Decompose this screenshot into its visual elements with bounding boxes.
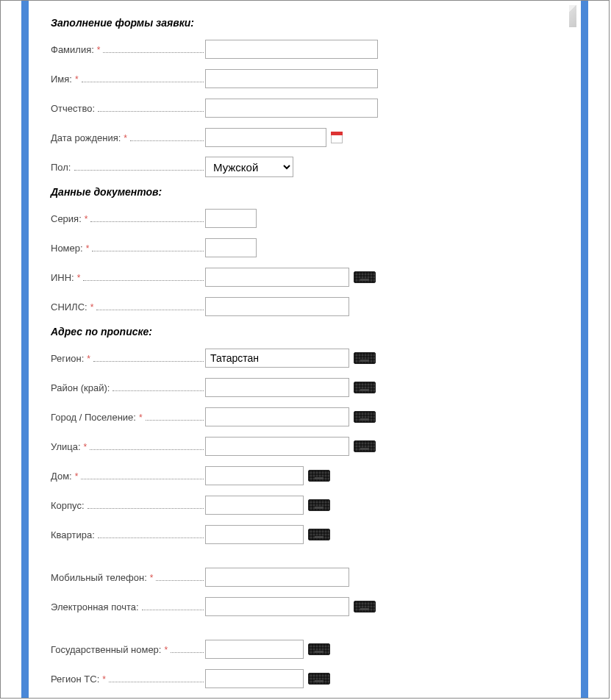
row-region: Регион: * [51,348,559,368]
firstname-input[interactable] [205,69,378,88]
birthdate-input[interactable] [205,128,326,147]
label-firstname: Имя: [51,74,72,85]
keyboard-icon[interactable] [308,673,330,685]
required-mark: * [124,133,127,143]
label-dots [74,170,204,171]
right-rail [581,1,588,698]
left-rail [21,1,29,698]
row-lastname: Фамилия: * [51,39,559,60]
spacer [51,554,559,567]
required-mark: * [102,674,106,685]
required-mark: * [139,413,143,423]
section-title-application: Заполнение формы заявки: [51,17,559,29]
row-district: Район (край): [51,377,559,398]
label-dots [171,652,204,653]
row-apartment: Квартира: [51,524,559,545]
district-input[interactable] [205,378,349,397]
required-mark: * [164,645,168,655]
label-dots [82,82,204,82]
label-birthdate: Дата рождения: [51,132,121,143]
apartment-input[interactable] [205,525,304,544]
row-inn: ИНН: * [51,267,559,288]
keyboard-icon[interactable] [354,352,376,364]
label-region: Регион: [51,353,84,364]
row-birthdate: Дата рождения: * [51,127,559,148]
required-mark: * [90,302,94,312]
row-number: Номер: * [51,238,559,258]
house-input[interactable] [205,466,304,485]
label-dots [112,390,204,391]
patronymic-input[interactable] [205,99,378,118]
label-dots [142,610,204,610]
regionts-input[interactable] [205,669,304,688]
keyboard-icon[interactable] [354,382,376,393]
lastname-input[interactable] [205,40,378,59]
street-input[interactable] [205,437,349,456]
row-email: Электронная почта: [51,596,559,617]
label-dots [93,361,204,362]
required-mark: * [85,214,88,224]
label-dots [130,140,204,141]
label-dots [81,479,204,479]
label-gosnomer: Государственный номер: [51,644,161,655]
keyboard-icon[interactable] [308,529,330,540]
required-mark: * [150,573,154,583]
row-patronymic: Отчество: [51,98,559,118]
building-input[interactable] [205,496,304,515]
row-house: Дом: * [51,465,559,486]
email-input[interactable] [205,597,349,616]
keyboard-icon[interactable] [308,643,330,655]
row-mobile: Мобильный телефон: * [51,567,559,588]
label-email: Электронная почта: [51,601,139,612]
label-inn: ИНН: [51,272,74,283]
series-input[interactable] [205,209,257,228]
keyboard-icon[interactable] [354,601,376,612]
label-gender: Пол: [51,162,71,173]
snils-input[interactable] [205,297,349,316]
label-regionts: Регион ТС: [51,674,99,685]
row-firstname: Имя: * [51,68,559,89]
label-apartment: Квартира: [51,529,95,540]
keyboard-icon[interactable] [308,499,330,511]
inn-input[interactable] [205,268,349,287]
label-city: Город / Поселение: [51,412,136,423]
row-gosnomer: Государственный номер: * [51,639,559,660]
label-dots [98,111,204,112]
row-regionts: Регион ТС: * [51,668,559,689]
label-patronymic: Отчество: [51,103,95,114]
city-input[interactable] [205,407,349,426]
label-snils: СНИЛС: [51,301,87,312]
required-mark: * [75,74,79,85]
region-input[interactable] [205,349,349,368]
row-series: Серия: * [51,208,559,229]
number-input[interactable] [205,238,257,257]
label-dots [90,449,204,450]
label-district: Район (край): [51,382,110,393]
required-mark: * [87,354,90,364]
label-dots [109,682,204,682]
label-dots [83,280,204,281]
label-dots [146,420,204,421]
label-house: Дом: [51,471,72,482]
keyboard-icon[interactable] [354,411,376,423]
label-dots [156,580,204,581]
label-number: Номер: [51,243,83,254]
row-gender: Пол: Мужской [51,157,559,177]
label-dots [92,251,204,251]
required-mark: * [84,442,87,452]
label-dots [90,221,204,222]
gosnomer-input[interactable] [205,640,304,659]
required-mark: * [86,243,90,254]
row-street: Улица: * [51,436,559,457]
keyboard-icon[interactable] [354,271,376,283]
keyboard-icon[interactable] [354,440,376,452]
keyboard-icon[interactable] [308,470,330,482]
section-title-documents: Данные документов: [51,186,559,198]
calendar-icon[interactable] [331,132,343,143]
gender-select[interactable]: Мужской [205,157,293,177]
label-building: Корпус: [51,500,85,511]
label-lastname: Фамилия: [51,44,94,55]
mobile-input[interactable] [205,568,349,587]
label-dots [96,310,204,310]
required-mark: * [97,45,101,55]
